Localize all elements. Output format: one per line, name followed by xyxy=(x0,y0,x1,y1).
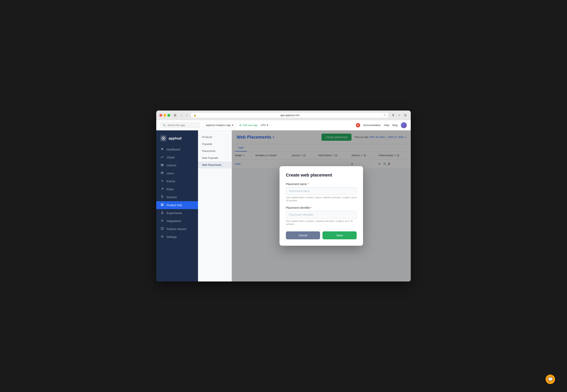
app-content: 🔍 Apphud Analytics App ▾ ⊕ Add new app U… xyxy=(156,120,411,281)
app-selector-chevron-icon: ▾ xyxy=(232,124,233,127)
traffic-lights xyxy=(159,114,170,117)
sidebar-item-product-hub[interactable]: Product Hub xyxy=(156,201,198,209)
svg-rect-13 xyxy=(162,205,163,206)
blog-link[interactable]: Blog xyxy=(392,124,398,127)
search-input[interactable] xyxy=(167,124,198,127)
close-traffic-light[interactable] xyxy=(159,114,162,117)
sidebar-item-charts[interactable]: Charts xyxy=(156,154,198,161)
svg-point-15 xyxy=(162,220,163,221)
app-name-label: Apphud Analytics App xyxy=(206,124,231,127)
sidebar-item-users[interactable]: Users xyxy=(156,169,198,177)
forward-btn[interactable]: › xyxy=(185,113,188,117)
save-button[interactable]: Save xyxy=(323,231,357,239)
modal-title: Create web placement xyxy=(286,172,357,178)
integrations-icon xyxy=(160,219,164,223)
minimize-traffic-light[interactable] xyxy=(163,114,166,117)
placement-id-label: Placement identifier * xyxy=(286,206,357,209)
browser-chrome: ⊞ ‹ › 🔒 app.apphud.com ↺ ⬆ + ⧉ xyxy=(156,111,411,120)
sidebar-item-feature-request[interactable]: Feature request xyxy=(156,225,198,233)
feature-request-icon xyxy=(160,227,164,231)
url-bar[interactable]: 🔒 app.apphud.com ↺ xyxy=(191,112,388,118)
utc-selector[interactable]: UTC ▾ xyxy=(261,124,268,127)
app-selector[interactable]: Apphud Analytics App ▾ xyxy=(203,122,236,128)
sidebar: apphud Dashboard xyxy=(156,130,198,281)
create-placement-modal: Create web placement Placement name * On… xyxy=(280,166,363,246)
svg-rect-5 xyxy=(161,166,164,166)
refresh-icon[interactable]: ↺ xyxy=(383,114,386,117)
placement-id-group: Placement identifier * Only english lett… xyxy=(286,206,357,226)
back-btn[interactable]: ‹ xyxy=(180,113,183,117)
search-bar[interactable]: 🔍 xyxy=(160,122,200,128)
product-hub-icon xyxy=(160,203,164,207)
documentation-link[interactable]: Documentation xyxy=(363,124,381,127)
notification-badge[interactable]: 6 xyxy=(356,123,360,127)
utc-chevron-icon: ▾ xyxy=(267,124,268,127)
cohorts-icon xyxy=(160,163,164,167)
svg-rect-8 xyxy=(162,196,163,197)
secondary-item-web-paywalls[interactable]: Web Paywalls xyxy=(198,154,232,161)
svg-rect-11 xyxy=(162,204,163,205)
avatar[interactable] xyxy=(401,122,407,128)
chat-icon: 💬 xyxy=(548,377,553,382)
top-nav: 🔍 Apphud Analytics App ▾ ⊕ Add new app U… xyxy=(156,120,411,130)
svg-rect-12 xyxy=(161,205,162,206)
placement-name-hint: Only english letters, numbers, space, un… xyxy=(286,196,357,202)
svg-point-17 xyxy=(162,236,163,237)
add-icon: ⊕ xyxy=(239,124,241,127)
settings-icon xyxy=(160,235,164,239)
users-icon xyxy=(160,171,164,175)
experiments-icon xyxy=(160,211,164,215)
logo-icon xyxy=(160,135,167,141)
maximize-traffic-light[interactable] xyxy=(167,114,170,117)
rules-icon xyxy=(160,187,164,191)
sidebar-item-screens[interactable]: Screens xyxy=(156,193,198,201)
svg-rect-10 xyxy=(161,204,162,205)
svg-rect-16 xyxy=(161,227,163,229)
placement-name-input[interactable] xyxy=(286,187,357,195)
chat-support-btn[interactable]: 💬 xyxy=(546,375,555,384)
add-app-btn[interactable]: ⊕ Add new app xyxy=(239,124,258,127)
placement-name-group: Placement name * Only english letters, n… xyxy=(286,182,357,202)
tabs-btn[interactable]: ⧉ xyxy=(403,113,408,117)
name-required-star: * xyxy=(308,182,309,186)
events-icon xyxy=(160,179,164,183)
logo-text: apphud xyxy=(169,136,182,140)
browser-actions: ⬆ + ⧉ xyxy=(391,113,408,117)
secondary-item-paywalls[interactable]: Paywalls xyxy=(198,140,232,148)
sidebar-item-cohorts[interactable]: Cohorts xyxy=(156,161,198,169)
help-link[interactable]: Help xyxy=(384,124,389,127)
sidebar-item-settings[interactable]: Settings xyxy=(156,233,198,241)
secondary-item-products[interactable]: Products xyxy=(198,134,232,140)
svg-point-6 xyxy=(161,172,162,173)
dashboard-icon xyxy=(160,148,164,152)
secondary-item-web-placements[interactable]: Web Placements xyxy=(198,161,232,168)
sidebar-toggle-btn[interactable]: ⊞ xyxy=(172,113,178,117)
modal-overlay[interactable]: Create web placement Placement name * On… xyxy=(232,130,411,281)
share-btn[interactable]: ⬆ xyxy=(391,113,396,117)
cancel-button[interactable]: Cancel xyxy=(286,231,320,239)
sidebar-item-integrations[interactable]: Integrations xyxy=(156,217,198,225)
search-icon: 🔍 xyxy=(163,124,166,127)
placement-id-hint: Only english letters, numbers, underline… xyxy=(286,220,357,226)
placement-identifier-input[interactable] xyxy=(286,211,357,218)
browser-nav: ‹ › xyxy=(180,113,188,117)
logo-area: apphud xyxy=(156,134,198,145)
svg-rect-3 xyxy=(161,164,164,164)
secondary-item-placements[interactable]: Placements xyxy=(198,148,232,154)
modal-actions: Cancel Save xyxy=(286,231,357,239)
svg-point-1 xyxy=(163,138,164,139)
url-text: app.apphud.com xyxy=(198,114,382,117)
svg-rect-4 xyxy=(161,165,164,165)
lock-icon: 🔒 xyxy=(193,114,197,117)
sidebar-item-dashboard[interactable]: Dashboard xyxy=(156,145,198,154)
screens-icon xyxy=(160,195,164,199)
sidebar-item-rules[interactable]: Rules xyxy=(156,185,198,193)
placement-name-label: Placement name * xyxy=(286,182,357,186)
sidebar-item-events[interactable]: Events xyxy=(156,177,198,185)
new-tab-btn[interactable]: + xyxy=(397,113,401,117)
svg-point-7 xyxy=(163,172,163,173)
sidebar-item-experiments[interactable]: Experiments xyxy=(156,209,198,217)
main-content: Web Placements ▾ Create placement Filter… xyxy=(232,130,411,281)
secondary-sidebar: Products Paywalls Placements Web Paywall… xyxy=(198,130,232,281)
id-required-star: * xyxy=(311,206,312,209)
